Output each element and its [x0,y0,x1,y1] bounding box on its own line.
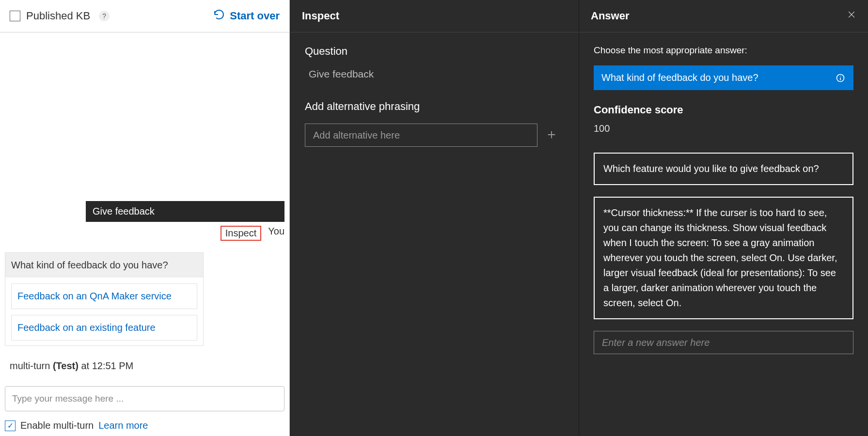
chat-panel: Published KB ? Start over Give feedback … [0,0,290,436]
answer-panel: Answer Choose the most appropriate answe… [579,0,868,436]
inspect-body: Question Give feedback Add alternative p… [290,32,579,159]
you-label: You [268,226,284,241]
help-icon[interactable]: ? [99,11,110,21]
selected-answer-text: What kind of feedback do you have? [601,72,758,83]
svg-point-2 [840,76,841,77]
inspect-header: Inspect [290,0,579,32]
chat-body: Give feedback Inspect You What kind of f… [0,32,289,386]
bot-response-card: What kind of feedback do you have? Feedb… [5,252,204,346]
alt-phrasing-title: Add alternative phrasing [305,100,564,113]
chat-input[interactable] [5,386,284,411]
bot-meta-test: (Test) [53,360,79,371]
answer-title: Answer [591,10,629,22]
inspect-panel: Inspect Question Give feedback Add alter… [290,0,579,436]
inspect-link[interactable]: Inspect [221,226,261,241]
bot-meta-time: at 12:51 PM [79,360,133,371]
published-kb-checkbox[interactable] [10,11,20,21]
alt-answer-option[interactable]: Which feature would you like to give fee… [594,153,853,185]
published-kb-label: Published KB [26,10,90,22]
inspect-title: Inspect [302,10,339,22]
alt-answer-option[interactable]: **Cursor thickness:** If the curser is t… [594,197,853,319]
multi-turn-row: ✓ Enable multi-turn Learn more [5,420,284,431]
start-over-button[interactable]: Start over [213,9,280,23]
selected-answer[interactable]: What kind of feedback do you have? [594,65,853,90]
chat-footer: ✓ Enable multi-turn Learn more [0,386,289,436]
chat-header: Published KB ? Start over [0,0,289,32]
start-over-label: Start over [230,10,280,22]
chat-header-left: Published KB ? [10,10,110,22]
user-message-meta: Inspect You [5,226,284,241]
user-message-row: Give feedback [5,201,284,222]
new-answer-input[interactable] [594,331,853,354]
enable-multi-turn-checkbox[interactable]: ✓ [5,420,16,431]
bot-question: What kind of feedback do you have? [5,253,203,278]
info-icon[interactable] [835,73,846,83]
enable-multi-turn-label: Enable multi-turn [20,420,94,431]
learn-more-link[interactable]: Learn more [98,420,148,431]
confidence-score-value: 100 [594,123,853,134]
bot-meta-prefix: multi-turn [10,360,53,371]
bot-option-qna-service[interactable]: Feedback on an QnA Maker service [11,283,197,309]
answer-body: Choose the most appropriate answer: What… [579,32,868,367]
alt-phrasing-input[interactable] [305,124,537,147]
question-section-title: Question [305,45,564,58]
user-message: Give feedback [86,201,284,222]
choose-answer-label: Choose the most appropriate answer: [594,45,853,56]
close-icon[interactable] [847,10,856,22]
refresh-icon [213,9,225,23]
bot-option-existing-feature[interactable]: Feedback on an existing feature [11,315,197,341]
plus-icon[interactable] [546,129,557,141]
answer-header: Answer [579,0,868,32]
confidence-score-title: Confidence score [594,104,853,116]
alt-phrasing-row [305,124,564,147]
question-value: Give feedback [309,68,564,80]
bot-meta: multi-turn (Test) at 12:51 PM [10,360,284,372]
